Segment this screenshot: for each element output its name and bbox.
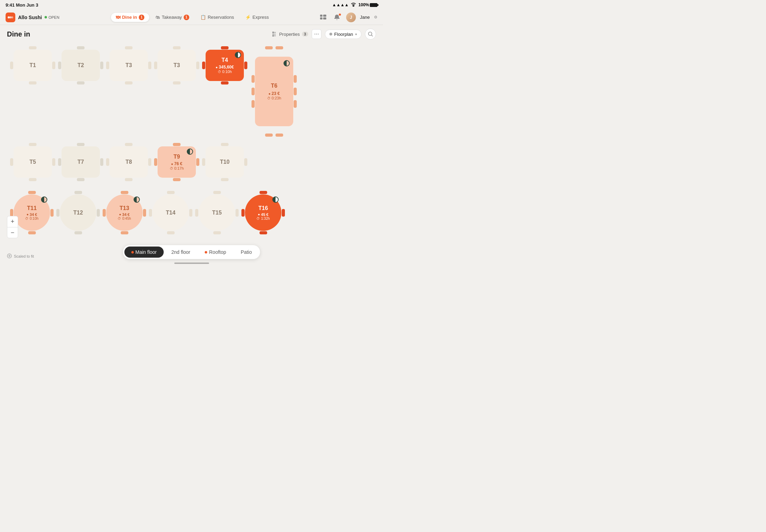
more-options-button[interactable]: ⋯ (312, 29, 321, 39)
table-T7-body[interactable]: T7 (62, 146, 100, 178)
table-T12-body[interactable]: T12 (60, 194, 96, 231)
svg-rect-3 (320, 15, 322, 17)
table-T16-body[interactable]: T16 ● 45 € ⏱ 1:32h (245, 194, 281, 231)
chair (10, 62, 13, 69)
table-T8-body[interactable]: T8 (110, 146, 148, 178)
app-container: 9:41 Mon Jun 3 ▲▲▲▲ 100% (0, 0, 383, 266)
notification-button[interactable] (332, 13, 342, 22)
scale-icon (7, 253, 12, 259)
grid-button[interactable] (318, 13, 328, 22)
chair (282, 209, 285, 217)
table-T3b[interactable]: T3 (158, 50, 196, 81)
table-T10-body[interactable]: T10 (206, 146, 244, 178)
table-T15[interactable]: T15 (199, 194, 235, 231)
chair (173, 46, 181, 49)
table-label: T6 (271, 83, 278, 89)
svg-rect-4 (320, 17, 322, 19)
zoom-controls: + − (7, 216, 18, 238)
table-time: ⏱ 1:32h (256, 217, 270, 220)
table-label: T9 (174, 154, 180, 160)
scale-info: Scaled to fit (7, 253, 34, 259)
chair (56, 209, 59, 217)
table-T8[interactable]: T8 (110, 146, 148, 178)
chair (244, 158, 247, 166)
chair (28, 191, 36, 194)
lightning-icon: ⚡ (245, 15, 251, 20)
rooftop-dot (205, 251, 207, 253)
chair (276, 46, 283, 49)
tab-express[interactable]: ⚡ Express (240, 13, 274, 22)
zoom-in-button[interactable]: + (7, 216, 18, 227)
table-T13[interactable]: T13 ● 34 € ⏱ 0:45h (106, 194, 143, 231)
chair (294, 100, 297, 108)
table-T6-body[interactable]: T6 ● 23 € ⏱ 0:23h (255, 57, 293, 126)
chair (167, 191, 175, 194)
tab-dine-in[interactable]: 🍽 Dine in 1 (111, 13, 149, 22)
table-T9-body[interactable]: T9 ● 76 € ⏱ 0:17h (158, 146, 196, 178)
table-T3a[interactable]: T3 (110, 50, 148, 81)
table-T14[interactable]: T14 (152, 194, 189, 231)
notification-dot (338, 13, 341, 16)
table-T5-body[interactable]: T5 (14, 146, 52, 178)
tab-dine-in-label: Dine in (122, 15, 137, 20)
table-T5[interactable]: T5 (14, 146, 52, 178)
table-label: T2 (78, 62, 84, 68)
table-T13-body[interactable]: T13 ● 34 € ⏱ 0:45h (106, 194, 143, 231)
tab-main-floor-label: Main floor (135, 249, 157, 255)
chair (202, 62, 205, 69)
tab-main-floor[interactable]: Main floor (124, 247, 163, 258)
table-T14-body[interactable]: T14 (152, 194, 189, 231)
chair (125, 46, 133, 49)
status-icons: ▲▲▲▲ 100% (332, 2, 377, 8)
table-T2-body[interactable]: T2 (62, 50, 100, 81)
table-T2[interactable]: T2 (62, 50, 100, 81)
fork-knife-icon: 🍽 (116, 15, 120, 20)
status-dot (45, 16, 47, 18)
table-T4-body[interactable]: T4 ● 345,60€ ⏱ 0:10h (206, 50, 244, 81)
zoom-out-button[interactable]: − (7, 227, 18, 238)
tab-patio[interactable]: Patio (234, 247, 259, 258)
floorplan-button[interactable]: Floorplan ▾ (325, 30, 361, 39)
table-T10[interactable]: T10 (206, 146, 244, 178)
table-T1-body[interactable]: T1 (14, 50, 52, 81)
table-T12[interactable]: T12 (60, 194, 96, 231)
home-indicator (174, 263, 209, 264)
content-area: T1 (0, 43, 383, 266)
chair (10, 209, 13, 217)
chair (77, 143, 85, 146)
table-T1[interactable]: T1 (14, 50, 52, 81)
half-circle-icon (41, 196, 47, 203)
chair (221, 81, 229, 84)
table-T6[interactable]: T6 ● 23 € ⏱ 0:23h (255, 50, 293, 133)
table-T11[interactable]: T11 ● 34 € ⏱ 0:10h (14, 194, 50, 231)
table-T4[interactable]: T4 ● 345,60€ ⏱ 0:10h (206, 50, 244, 81)
tab-takeaway-badge: 1 (184, 15, 189, 20)
table-T16[interactable]: T16 ● 45 € ⏱ 1:32h (245, 194, 281, 231)
status-time: 9:41 Mon Jun 3 (6, 2, 38, 8)
tab-2nd-floor[interactable]: 2nd floor (165, 247, 197, 258)
search-button[interactable] (365, 29, 376, 40)
properties-button[interactable]: Properties 3 (271, 32, 308, 37)
table-amount: ● 76 € (171, 161, 182, 166)
chair (189, 209, 192, 217)
table-T15-body[interactable]: T15 (199, 194, 235, 231)
brand-name: Allo Sushi (18, 15, 42, 20)
table-T3b-body[interactable]: T3 (158, 50, 196, 81)
table-T3a-body[interactable]: T3 (110, 50, 148, 81)
table-T7[interactable]: T7 (62, 146, 100, 178)
properties-count: 3 (302, 32, 308, 37)
table-T9[interactable]: T9 ● 76 € ⏱ 0:17h (158, 146, 196, 178)
table-T11-body[interactable]: T11 ● 34 € ⏱ 0:10h (14, 194, 50, 231)
brand-icon (6, 13, 15, 22)
wifi-icon (351, 2, 356, 8)
chair (265, 46, 273, 49)
svg-rect-6 (323, 17, 326, 19)
tab-rooftop[interactable]: Rooftop (198, 247, 233, 258)
chair (213, 231, 221, 234)
tab-reservations[interactable]: 📋 Reservations (196, 13, 239, 22)
chair (148, 158, 151, 166)
tab-takeaway[interactable]: 🛍 Takeaway 1 (151, 13, 194, 22)
user-chevron-icon[interactable]: ⚙ (374, 15, 377, 19)
chair (148, 62, 151, 69)
properties-label: Properties (279, 32, 300, 37)
